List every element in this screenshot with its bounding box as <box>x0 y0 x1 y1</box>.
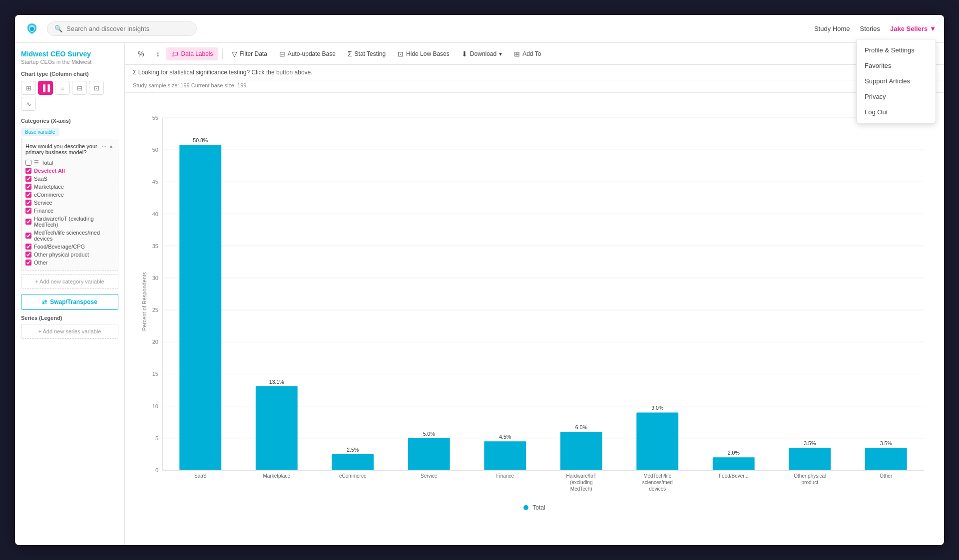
svg-text:MedTech): MedTech) <box>570 486 592 492</box>
category-row: Hardware/IoT (excluding MedTech) <box>25 215 114 229</box>
toolbar: % ↕ 🏷 Data Labels ▽ Filter Data ⊟ Auto-u… <box>125 43 944 65</box>
chart-type-bar[interactable]: ▐▐ <box>38 81 53 95</box>
category-label-6[interactable]: MedTech/life sciences/med devices <box>34 230 114 242</box>
variable-more[interactable]: ··· <box>102 143 106 149</box>
category-checkbox-2[interactable] <box>25 192 31 198</box>
user-dropdown-menu: Profile & Settings Favorites Support Art… <box>856 39 936 123</box>
category-label-5[interactable]: Hardware/IoT (excluding MedTech) <box>34 216 114 228</box>
category-row: Service <box>25 199 114 207</box>
nav-stories[interactable]: Stories <box>860 25 880 32</box>
download-icon: ⬇ <box>462 50 468 58</box>
svg-text:35: 35 <box>152 243 158 249</box>
chart-type-selector: ⊞ ▐▐ ≡ ⊟ ⊡ ∿ <box>21 81 118 111</box>
category-checkbox-4[interactable] <box>25 208 31 214</box>
category-checkbox-0[interactable] <box>25 176 31 182</box>
search-input[interactable] <box>66 25 186 32</box>
swap-transpose-button[interactable]: ⇄ Swap/Transpose <box>21 294 118 310</box>
data-labels-label: Data Labels <box>181 50 213 57</box>
svg-rect-37 <box>484 441 526 470</box>
toolbar-filter[interactable]: ▽ Filter Data <box>227 47 272 60</box>
auto-update-icon: ⊟ <box>279 50 285 58</box>
variable-collapse[interactable]: ▲ <box>108 143 114 149</box>
dropdown-support[interactable]: Support Articles <box>857 73 936 89</box>
svg-rect-28 <box>256 386 298 470</box>
category-checkbox-3[interactable] <box>25 200 31 206</box>
svg-text:SaaS: SaaS <box>194 473 207 479</box>
add-category-variable[interactable]: + Add new category variable <box>21 274 118 289</box>
deselect-all-label[interactable]: Deselect All <box>34 168 65 174</box>
nav-study-home[interactable]: Study Home <box>814 25 850 32</box>
nav-user[interactable]: Jake Sellers ▼ <box>890 25 936 32</box>
significance-notice: Σ Looking for statistical significance t… <box>125 65 944 80</box>
toolbar-percent[interactable]: % <box>133 47 149 60</box>
toolbar-sort[interactable]: ↕ <box>151 47 164 60</box>
svg-text:sciences/med: sciences/med <box>642 480 673 485</box>
svg-text:13.1%: 13.1% <box>269 379 284 385</box>
nav-right: Study Home Stories Jake Sellers ▼ <box>814 25 936 32</box>
filter-label: Filter Data <box>240 50 267 57</box>
search-bar[interactable]: 🔍 <box>47 21 197 36</box>
total-label[interactable]: Total <box>41 160 53 166</box>
svg-rect-53 <box>789 448 831 470</box>
category-checkbox-9[interactable] <box>25 260 31 266</box>
category-checkbox-5[interactable] <box>25 219 31 225</box>
toolbar-stat-testing[interactable]: Σ Stat Testing <box>343 47 391 60</box>
chart-type-dot[interactable]: ⊡ <box>89 81 104 95</box>
category-label-9[interactable]: Other <box>34 260 48 266</box>
dropdown-logout[interactable]: Log Out <box>857 104 936 120</box>
svg-text:MedTech/life: MedTech/life <box>643 473 672 479</box>
toolbar-auto-update[interactable]: ⊟ Auto-update Base <box>274 47 341 60</box>
category-label-1[interactable]: Marketplace <box>34 184 64 190</box>
base-variable-tag: Base variable <box>21 128 59 136</box>
chart-type-grid[interactable]: ⊟ <box>72 81 87 95</box>
svg-rect-50 <box>713 457 755 470</box>
add-to-icon: ⊞ <box>514 50 520 58</box>
category-label-2[interactable]: eCommerce <box>34 192 64 198</box>
category-checkbox-1[interactable] <box>25 184 31 190</box>
y-axis-label: Percent of Respondents <box>141 272 147 331</box>
category-checkbox-6[interactable] <box>25 233 31 239</box>
svg-text:40: 40 <box>152 211 158 217</box>
category-row: eCommerce <box>25 191 114 199</box>
notice-text: Looking for statistical significance tes… <box>138 69 313 76</box>
svg-text:20: 20 <box>152 339 158 345</box>
toolbar-download[interactable]: ⬇ Download ▾ <box>457 47 507 60</box>
category-row: MedTech/life sciences/med devices <box>25 229 114 243</box>
variable-question: How would you describe your primary busi… <box>25 143 102 155</box>
svg-text:Marketplace: Marketplace <box>263 473 291 479</box>
svg-rect-25 <box>179 145 221 470</box>
toolbar-sep-1 <box>222 49 223 59</box>
svg-text:Finance: Finance <box>496 473 514 479</box>
dropdown-profile[interactable]: Profile & Settings <box>857 42 936 58</box>
category-checkbox-8[interactable] <box>25 252 31 258</box>
variable-box: How would you describe your primary busi… <box>21 139 118 271</box>
svg-text:Food/Bever...: Food/Bever... <box>719 473 748 479</box>
legend-dot <box>523 505 528 510</box>
deselect-all-checkbox[interactable] <box>25 168 31 174</box>
categories-label: Categories (X-axis) <box>21 118 118 124</box>
chart-legend: Total <box>135 500 934 515</box>
category-label-4[interactable]: Finance <box>34 208 53 214</box>
add-series-variable[interactable]: + Add new series variable <box>21 324 118 339</box>
category-checkbox-7[interactable] <box>25 244 31 250</box>
category-label-7[interactable]: Food/Beverage/CPG <box>34 244 85 250</box>
category-label-8[interactable]: Other physical product <box>34 252 89 258</box>
toolbar-data-labels[interactable]: 🏷 Data Labels <box>166 47 218 60</box>
search-icon: 🔍 <box>54 25 62 32</box>
chart-svg: 051015202530354045505550.8%SaaS13.1%Mark… <box>135 103 934 500</box>
chart-type-hbar[interactable]: ≡ <box>55 81 70 95</box>
dropdown-favorites[interactable]: Favorites <box>857 58 936 73</box>
chart-area: % ↕ 🏷 Data Labels ▽ Filter Data ⊟ Auto-u… <box>125 43 944 545</box>
total-checkbox[interactable] <box>25 160 31 166</box>
top-navigation: 🔍 Study Home Stories Jake Sellers ▼ Prof… <box>15 15 944 43</box>
toolbar-low-bases[interactable]: ⊡ Hide Low Bases <box>393 47 455 60</box>
chart-type-table[interactable]: ⊞ <box>21 81 36 95</box>
dropdown-privacy[interactable]: Privacy <box>857 89 936 104</box>
svg-text:eCommerce: eCommerce <box>339 473 367 479</box>
category-label-3[interactable]: Service <box>34 200 52 206</box>
chart-type-line[interactable]: ∿ <box>21 97 36 111</box>
stat-icon: Σ <box>348 50 352 58</box>
svg-text:50.8%: 50.8% <box>193 137 208 143</box>
category-label-0[interactable]: SaaS <box>34 176 47 182</box>
toolbar-add-to[interactable]: ⊞ Add To <box>509 47 546 60</box>
